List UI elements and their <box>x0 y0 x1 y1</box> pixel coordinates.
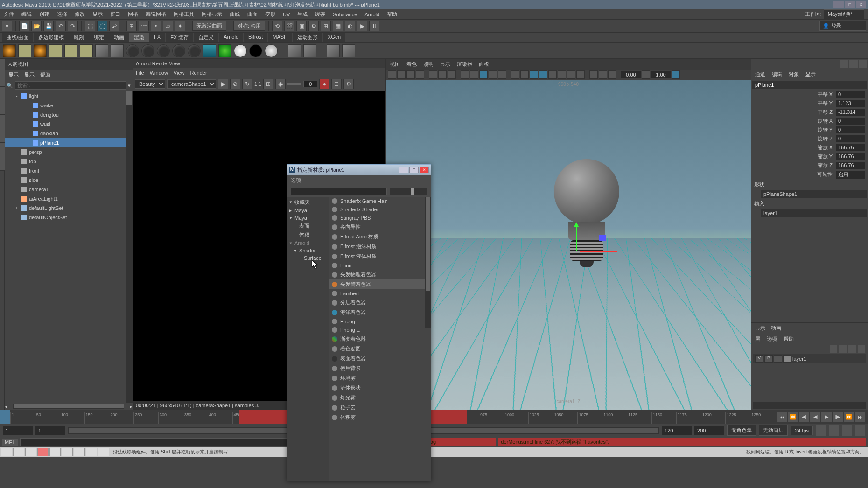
texture-icon[interactable] <box>203 44 216 57</box>
vp-grid-icon[interactable] <box>461 70 469 79</box>
shape-name[interactable]: pPlaneShape1 <box>761 190 867 198</box>
material-灯光雾[interactable]: 灯光雾 <box>329 393 431 403</box>
outliner-node-light[interactable]: -light <box>5 91 133 101</box>
material-Bifrost 泡沫材质[interactable]: Bifrost 泡沫材质 <box>329 242 431 251</box>
vp-light-icon[interactable] <box>539 70 547 79</box>
outliner-node-top[interactable]: top <box>5 157 133 166</box>
spot-light-icon[interactable] <box>34 44 47 57</box>
lay-tabs-动画[interactable]: 动画 <box>771 325 781 332</box>
channel-旋转 Z[interactable]: 旋转 Z0 <box>751 134 868 143</box>
layer-play-toggle[interactable]: P <box>764 355 773 363</box>
material-Bifrost Aero 材质[interactable]: Bifrost Aero 材质 <box>329 232 431 242</box>
outliner-node-persp[interactable]: persp <box>5 147 133 157</box>
animlayer-select[interactable]: 无动画层 <box>759 425 788 436</box>
custom-icon[interactable] <box>342 44 355 57</box>
layer-down-icon[interactable] <box>848 345 856 353</box>
record-icon[interactable]: ● <box>319 79 329 89</box>
vp-icon-7[interactable] <box>448 70 456 79</box>
aov-select[interactable]: Beauty <box>135 79 165 89</box>
material-Lambert[interactable]: Lambert <box>329 289 431 298</box>
bake-icon[interactable] <box>288 44 301 57</box>
editor-icon[interactable] <box>95 44 108 57</box>
snap-grid-icon[interactable]: ⊞ <box>126 21 137 31</box>
outliner-node-side[interactable]: side <box>5 175 133 185</box>
dialog-title-bar[interactable]: M 指定新材质: pPlane1 — □ ✕ <box>287 165 431 175</box>
shelf-tab-曲线/曲面[interactable]: 曲线/曲面 <box>2 33 33 42</box>
area-light-icon[interactable] <box>64 44 77 57</box>
dlg-tree-表面[interactable]: 表面 <box>287 222 329 230</box>
dlg-tree-体积[interactable]: 体积 <box>287 230 329 239</box>
chan-icon-3[interactable] <box>859 60 867 68</box>
vp-icon-6[interactable] <box>438 70 447 79</box>
open-icon[interactable]: 📂 <box>31 21 42 31</box>
shelf-tab-FX[interactable]: FX <box>149 33 165 42</box>
snap-curve-icon[interactable]: 〰 <box>139 21 149 31</box>
dialog-menu[interactable]: 选项 <box>287 175 431 186</box>
shader-green-icon[interactable] <box>218 44 231 57</box>
ch-menu-对象[interactable]: 对象 <box>789 71 799 78</box>
lay-menu-层[interactable]: 层 <box>755 335 760 342</box>
material-环境雾[interactable]: 环境雾 <box>329 373 431 383</box>
vp-icon-2[interactable] <box>397 70 406 79</box>
layout-icon[interactable]: ⊞ <box>321 21 331 31</box>
move-tool[interactable] <box>0 87 5 115</box>
channel-可见性[interactable]: 可见性启用 <box>751 170 868 180</box>
shelf-tab-多边形建模[interactable]: 多边形建模 <box>34 33 69 42</box>
material-体积雾[interactable]: 体积雾 <box>329 412 431 422</box>
vp-icon-4[interactable] <box>416 70 424 79</box>
channel-缩放 Z[interactable]: 缩放 Z166.76 <box>751 161 868 170</box>
task-icon-8[interactable] <box>86 448 97 456</box>
task-icon-7[interactable] <box>74 448 85 456</box>
live-surface-label[interactable]: 无激活曲面 <box>192 21 226 31</box>
autokey-icon[interactable] <box>816 425 826 436</box>
vp-menu-视图[interactable]: 视图 <box>390 61 400 68</box>
vp-joint-icon[interactable] <box>599 70 607 79</box>
shelf-tab-动画[interactable]: 动画 <box>109 33 129 42</box>
range-icon-4[interactable] <box>855 425 865 436</box>
rv-menu-Window[interactable]: Window <box>150 70 168 76</box>
rv-menu-Render[interactable]: Render <box>190 70 207 76</box>
vp-aa-icon[interactable] <box>567 70 575 79</box>
vp-toggle-icon[interactable] <box>672 70 680 79</box>
channel-旋转 Y[interactable]: 旋转 Y0 <box>751 125 868 134</box>
z-axis-handle[interactable] <box>599 235 606 241</box>
crop-icon[interactable]: ⊞ <box>263 79 273 89</box>
dialog-max-button[interactable]: □ <box>409 167 419 173</box>
task-icon-6[interactable] <box>62 448 73 456</box>
settings-icon[interactable]: ⚙ <box>343 79 354 89</box>
vp-clip-icon[interactable] <box>642 70 650 79</box>
dialog-search-input[interactable] <box>291 188 387 195</box>
layer-vis-toggle[interactable]: V <box>755 355 763 363</box>
rv-menu-File[interactable]: File <box>136 70 144 76</box>
play-back-icon[interactable]: ◀ <box>810 412 820 422</box>
scale-tool[interactable] <box>0 143 5 171</box>
lasso-tool-icon[interactable]: ◯ <box>97 21 107 31</box>
shelf-tab-Arnold[interactable]: Arnold <box>219 33 243 42</box>
channel-平移 Z[interactable]: 平移 Z-11.314 <box>751 108 868 117</box>
light-icon[interactable] <box>3 44 16 57</box>
task-icon-1[interactable] <box>1 448 12 456</box>
dlg-tree-Shader[interactable]: ▼Shader <box>287 247 329 254</box>
material2-icon[interactable] <box>141 44 154 57</box>
next-key-icon[interactable]: |▶ <box>833 412 843 422</box>
menu-编辑网格[interactable]: 编辑网格 <box>142 9 170 20</box>
vp-iso-icon[interactable] <box>608 70 616 79</box>
chan-icon-2[interactable] <box>849 60 858 68</box>
undo-icon[interactable]: ↶ <box>56 21 66 31</box>
material-各向异性[interactable]: 各向异性 <box>329 222 431 232</box>
prev-key-icon[interactable]: ◀| <box>799 412 809 422</box>
range-start-inner[interactable]: 1 <box>35 426 65 435</box>
task-icon-4[interactable] <box>37 448 49 456</box>
mel-label[interactable]: MEL <box>2 439 18 446</box>
toon-icon[interactable] <box>327 44 340 57</box>
menu-窗口[interactable]: 窗口 <box>106 9 124 20</box>
shelf-tab-FX 缓存[interactable]: FX 缓存 <box>166 33 193 42</box>
vp-film-icon[interactable] <box>470 70 478 79</box>
go-start-icon[interactable]: ⏮ <box>777 412 787 422</box>
play-icon[interactable]: ▶ <box>357 21 367 31</box>
task-icon-3[interactable] <box>25 448 36 456</box>
close-button[interactable]: ✕ <box>856 1 866 8</box>
outliner-node-dengtou[interactable]: dengtou <box>5 110 133 119</box>
layer-add-icon[interactable] <box>830 345 837 353</box>
rotate-tool[interactable] <box>0 115 5 143</box>
